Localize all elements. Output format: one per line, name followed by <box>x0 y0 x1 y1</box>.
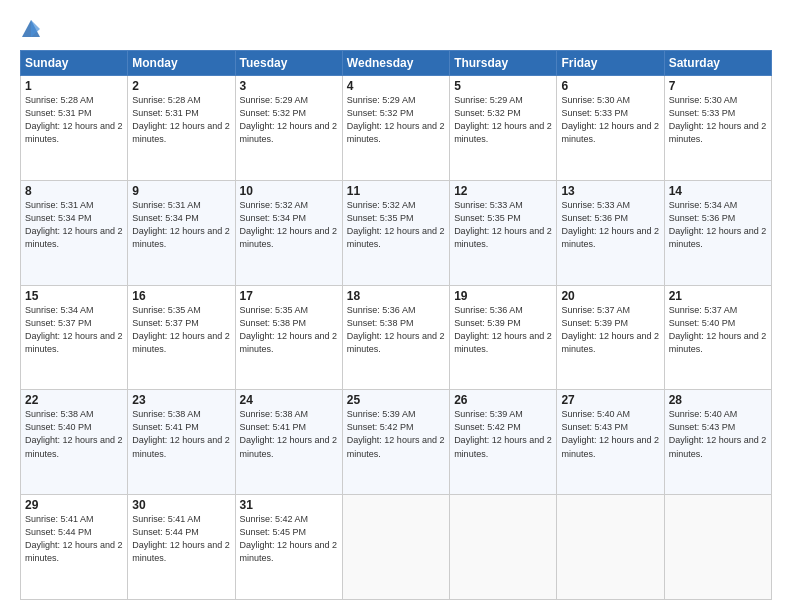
day-number: 29 <box>25 498 123 512</box>
day-number: 16 <box>132 289 230 303</box>
calendar-cell: 26 Sunrise: 5:39 AMSunset: 5:42 PMDaylig… <box>450 390 557 495</box>
calendar-cell: 14 Sunrise: 5:34 AMSunset: 5:36 PMDaylig… <box>664 180 771 285</box>
calendar-header-wednesday: Wednesday <box>342 51 449 76</box>
calendar-cell <box>450 495 557 600</box>
calendar-cell: 20 Sunrise: 5:37 AMSunset: 5:39 PMDaylig… <box>557 285 664 390</box>
day-info: Sunrise: 5:30 AMSunset: 5:33 PMDaylight:… <box>561 95 659 144</box>
calendar-cell: 12 Sunrise: 5:33 AMSunset: 5:35 PMDaylig… <box>450 180 557 285</box>
day-info: Sunrise: 5:36 AMSunset: 5:39 PMDaylight:… <box>454 305 552 354</box>
day-info: Sunrise: 5:40 AMSunset: 5:43 PMDaylight:… <box>561 409 659 458</box>
calendar-cell: 16 Sunrise: 5:35 AMSunset: 5:37 PMDaylig… <box>128 285 235 390</box>
calendar-cell: 3 Sunrise: 5:29 AMSunset: 5:32 PMDayligh… <box>235 76 342 181</box>
day-info: Sunrise: 5:30 AMSunset: 5:33 PMDaylight:… <box>669 95 767 144</box>
calendar-week-1: 1 Sunrise: 5:28 AMSunset: 5:31 PMDayligh… <box>21 76 772 181</box>
day-number: 1 <box>25 79 123 93</box>
calendar-cell: 17 Sunrise: 5:35 AMSunset: 5:38 PMDaylig… <box>235 285 342 390</box>
calendar-cell: 6 Sunrise: 5:30 AMSunset: 5:33 PMDayligh… <box>557 76 664 181</box>
day-info: Sunrise: 5:29 AMSunset: 5:32 PMDaylight:… <box>240 95 338 144</box>
day-info: Sunrise: 5:31 AMSunset: 5:34 PMDaylight:… <box>25 200 123 249</box>
calendar-cell: 30 Sunrise: 5:41 AMSunset: 5:44 PMDaylig… <box>128 495 235 600</box>
calendar-header-saturday: Saturday <box>664 51 771 76</box>
calendar-cell: 15 Sunrise: 5:34 AMSunset: 5:37 PMDaylig… <box>21 285 128 390</box>
day-info: Sunrise: 5:37 AMSunset: 5:40 PMDaylight:… <box>669 305 767 354</box>
calendar-header-monday: Monday <box>128 51 235 76</box>
day-number: 23 <box>132 393 230 407</box>
day-number: 22 <box>25 393 123 407</box>
logo <box>20 18 46 40</box>
day-info: Sunrise: 5:35 AMSunset: 5:37 PMDaylight:… <box>132 305 230 354</box>
calendar-cell: 2 Sunrise: 5:28 AMSunset: 5:31 PMDayligh… <box>128 76 235 181</box>
day-number: 28 <box>669 393 767 407</box>
header <box>20 18 772 40</box>
day-number: 13 <box>561 184 659 198</box>
day-number: 10 <box>240 184 338 198</box>
day-number: 6 <box>561 79 659 93</box>
calendar-cell: 10 Sunrise: 5:32 AMSunset: 5:34 PMDaylig… <box>235 180 342 285</box>
day-info: Sunrise: 5:34 AMSunset: 5:36 PMDaylight:… <box>669 200 767 249</box>
day-number: 4 <box>347 79 445 93</box>
day-info: Sunrise: 5:41 AMSunset: 5:44 PMDaylight:… <box>132 514 230 563</box>
day-number: 12 <box>454 184 552 198</box>
day-number: 20 <box>561 289 659 303</box>
calendar-cell: 5 Sunrise: 5:29 AMSunset: 5:32 PMDayligh… <box>450 76 557 181</box>
day-number: 9 <box>132 184 230 198</box>
calendar-header-row: SundayMondayTuesdayWednesdayThursdayFrid… <box>21 51 772 76</box>
calendar-week-3: 15 Sunrise: 5:34 AMSunset: 5:37 PMDaylig… <box>21 285 772 390</box>
day-number: 8 <box>25 184 123 198</box>
calendar-cell: 25 Sunrise: 5:39 AMSunset: 5:42 PMDaylig… <box>342 390 449 495</box>
day-info: Sunrise: 5:32 AMSunset: 5:35 PMDaylight:… <box>347 200 445 249</box>
day-info: Sunrise: 5:41 AMSunset: 5:44 PMDaylight:… <box>25 514 123 563</box>
day-info: Sunrise: 5:42 AMSunset: 5:45 PMDaylight:… <box>240 514 338 563</box>
calendar-cell: 27 Sunrise: 5:40 AMSunset: 5:43 PMDaylig… <box>557 390 664 495</box>
day-info: Sunrise: 5:29 AMSunset: 5:32 PMDaylight:… <box>454 95 552 144</box>
calendar-cell: 9 Sunrise: 5:31 AMSunset: 5:34 PMDayligh… <box>128 180 235 285</box>
day-info: Sunrise: 5:34 AMSunset: 5:37 PMDaylight:… <box>25 305 123 354</box>
day-info: Sunrise: 5:38 AMSunset: 5:40 PMDaylight:… <box>25 409 123 458</box>
calendar-cell <box>664 495 771 600</box>
calendar-cell: 13 Sunrise: 5:33 AMSunset: 5:36 PMDaylig… <box>557 180 664 285</box>
day-number: 18 <box>347 289 445 303</box>
day-info: Sunrise: 5:31 AMSunset: 5:34 PMDaylight:… <box>132 200 230 249</box>
day-info: Sunrise: 5:32 AMSunset: 5:34 PMDaylight:… <box>240 200 338 249</box>
day-info: Sunrise: 5:33 AMSunset: 5:35 PMDaylight:… <box>454 200 552 249</box>
day-info: Sunrise: 5:29 AMSunset: 5:32 PMDaylight:… <box>347 95 445 144</box>
day-number: 25 <box>347 393 445 407</box>
calendar-cell: 11 Sunrise: 5:32 AMSunset: 5:35 PMDaylig… <box>342 180 449 285</box>
day-info: Sunrise: 5:37 AMSunset: 5:39 PMDaylight:… <box>561 305 659 354</box>
day-info: Sunrise: 5:35 AMSunset: 5:38 PMDaylight:… <box>240 305 338 354</box>
calendar-week-4: 22 Sunrise: 5:38 AMSunset: 5:40 PMDaylig… <box>21 390 772 495</box>
calendar-cell: 1 Sunrise: 5:28 AMSunset: 5:31 PMDayligh… <box>21 76 128 181</box>
calendar-cell: 19 Sunrise: 5:36 AMSunset: 5:39 PMDaylig… <box>450 285 557 390</box>
calendar-cell: 23 Sunrise: 5:38 AMSunset: 5:41 PMDaylig… <box>128 390 235 495</box>
day-info: Sunrise: 5:39 AMSunset: 5:42 PMDaylight:… <box>347 409 445 458</box>
day-info: Sunrise: 5:40 AMSunset: 5:43 PMDaylight:… <box>669 409 767 458</box>
day-info: Sunrise: 5:39 AMSunset: 5:42 PMDaylight:… <box>454 409 552 458</box>
calendar-cell: 21 Sunrise: 5:37 AMSunset: 5:40 PMDaylig… <box>664 285 771 390</box>
calendar-week-5: 29 Sunrise: 5:41 AMSunset: 5:44 PMDaylig… <box>21 495 772 600</box>
day-info: Sunrise: 5:38 AMSunset: 5:41 PMDaylight:… <box>132 409 230 458</box>
calendar-cell: 29 Sunrise: 5:41 AMSunset: 5:44 PMDaylig… <box>21 495 128 600</box>
page: SundayMondayTuesdayWednesdayThursdayFrid… <box>0 0 792 612</box>
day-number: 14 <box>669 184 767 198</box>
calendar-header-sunday: Sunday <box>21 51 128 76</box>
calendar-cell: 4 Sunrise: 5:29 AMSunset: 5:32 PMDayligh… <box>342 76 449 181</box>
calendar-cell: 31 Sunrise: 5:42 AMSunset: 5:45 PMDaylig… <box>235 495 342 600</box>
day-info: Sunrise: 5:38 AMSunset: 5:41 PMDaylight:… <box>240 409 338 458</box>
calendar-cell: 8 Sunrise: 5:31 AMSunset: 5:34 PMDayligh… <box>21 180 128 285</box>
day-number: 17 <box>240 289 338 303</box>
day-number: 21 <box>669 289 767 303</box>
calendar-table: SundayMondayTuesdayWednesdayThursdayFrid… <box>20 50 772 600</box>
calendar-header-friday: Friday <box>557 51 664 76</box>
day-info: Sunrise: 5:33 AMSunset: 5:36 PMDaylight:… <box>561 200 659 249</box>
calendar-cell: 18 Sunrise: 5:36 AMSunset: 5:38 PMDaylig… <box>342 285 449 390</box>
day-number: 15 <box>25 289 123 303</box>
day-number: 7 <box>669 79 767 93</box>
day-number: 31 <box>240 498 338 512</box>
day-info: Sunrise: 5:28 AMSunset: 5:31 PMDaylight:… <box>25 95 123 144</box>
calendar-header-tuesday: Tuesday <box>235 51 342 76</box>
day-number: 5 <box>454 79 552 93</box>
day-number: 3 <box>240 79 338 93</box>
calendar-cell <box>557 495 664 600</box>
calendar-cell: 28 Sunrise: 5:40 AMSunset: 5:43 PMDaylig… <box>664 390 771 495</box>
day-number: 30 <box>132 498 230 512</box>
